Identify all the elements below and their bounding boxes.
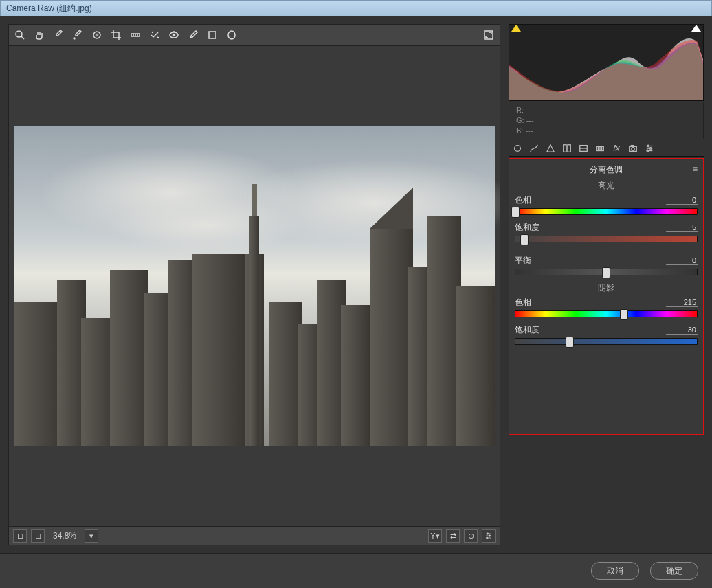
rgb-readout: R: --- G: --- B: --- <box>509 102 704 139</box>
shadows-sat-row: 饱和度 30 <box>515 324 698 345</box>
titlebar[interactable]: Camera Raw (纽约.jpg) <box>0 0 712 16</box>
svg-point-10 <box>173 34 175 36</box>
image-preview[interactable] <box>9 46 500 526</box>
svg-point-20 <box>487 537 488 539</box>
shadows-hue-row: 色相 215 <box>515 297 698 317</box>
highlights-hue-slider[interactable] <box>515 208 698 215</box>
fx-tab-icon[interactable]: fx <box>610 142 623 155</box>
presets-tab-icon[interactable] <box>643 142 656 155</box>
highlights-hue-label: 色相 <box>515 194 531 206</box>
curve-tab-icon[interactable] <box>528 142 540 155</box>
shadow-clip-indicator[interactable] <box>511 25 521 32</box>
highlights-hue-thumb[interactable] <box>511 207 520 218</box>
shadows-label: 阴影 <box>515 282 698 294</box>
b-value: B: --- <box>516 126 696 136</box>
panel-title: 分离色调 ≡ <box>515 164 698 176</box>
basic-tab-icon[interactable] <box>511 142 524 155</box>
highlights-sat-slider[interactable] <box>515 236 698 242</box>
detail-tab-icon[interactable] <box>544 142 557 155</box>
svg-point-31 <box>632 148 634 150</box>
svg-point-0 <box>16 31 22 37</box>
copy-settings-button[interactable]: ⊕ <box>464 529 478 543</box>
hsl-tab-icon[interactable] <box>561 142 573 155</box>
straighten-icon[interactable] <box>129 28 142 42</box>
highlights-label: 高光 <box>515 180 698 192</box>
zoom-icon[interactable] <box>13 28 27 42</box>
highlights-hue-value[interactable]: 0 <box>666 196 698 205</box>
toolbar <box>9 25 500 46</box>
zoom-in-button[interactable]: ⊞ <box>31 529 45 543</box>
svg-point-21 <box>515 146 521 152</box>
zoom-dropdown[interactable]: ▾ <box>85 529 98 543</box>
lens-tab-icon[interactable] <box>594 142 606 155</box>
split-tone-tab-icon[interactable] <box>577 142 590 155</box>
redeye-icon[interactable] <box>167 28 181 42</box>
preview-image <box>14 126 495 446</box>
panel-menu-icon[interactable]: ≡ <box>693 164 698 174</box>
histogram[interactable] <box>509 24 704 101</box>
ok-button[interactable]: 确定 <box>650 562 698 580</box>
svg-rect-12 <box>209 32 216 38</box>
balance-label: 平衡 <box>515 255 531 267</box>
svg-point-3 <box>93 32 100 38</box>
g-value: G: --- <box>516 115 696 126</box>
statusbar: ⊟ ⊞ 34.8% ▾ Y▾ ⇄ ⊕ <box>9 526 500 545</box>
svg-rect-23 <box>568 145 570 152</box>
crop-icon[interactable] <box>109 28 123 42</box>
svg-point-2 <box>74 38 75 39</box>
hand-icon[interactable] <box>32 28 46 42</box>
shadows-sat-thumb[interactable] <box>566 337 574 348</box>
before-after-button[interactable]: Y▾ <box>428 529 442 543</box>
balance-value[interactable]: 0 <box>666 256 698 265</box>
spot-removal-icon[interactable] <box>148 28 162 42</box>
balance-row: 平衡 0 <box>515 255 698 275</box>
highlight-clip-indicator[interactable] <box>691 25 701 32</box>
svg-point-4 <box>96 34 98 36</box>
fullscreen-icon[interactable] <box>482 28 496 42</box>
highlights-sat-row: 饱和度 5 <box>515 222 698 242</box>
footer: 取消 确定 <box>0 553 712 588</box>
panel-tabs: fx <box>509 141 704 157</box>
balance-thumb[interactable] <box>602 267 610 278</box>
highlights-sat-label: 饱和度 <box>515 222 539 234</box>
camera-tab-icon[interactable] <box>627 142 639 155</box>
highlights-hue-row: 色相 0 <box>515 194 698 215</box>
balance-slider[interactable] <box>515 269 698 275</box>
radial-filter-icon[interactable] <box>225 28 238 42</box>
svg-rect-32 <box>631 146 634 147</box>
color-sampler-icon[interactable] <box>71 28 85 42</box>
brush-icon[interactable] <box>186 28 200 42</box>
shadows-hue-thumb[interactable] <box>620 309 628 320</box>
svg-rect-22 <box>564 145 566 152</box>
svg-point-18 <box>487 533 488 534</box>
svg-point-13 <box>228 31 235 39</box>
highlights-sat-value[interactable]: 5 <box>666 223 698 232</box>
histogram-curve <box>509 25 703 100</box>
shadows-sat-value[interactable]: 30 <box>666 326 698 335</box>
shadows-hue-label: 色相 <box>515 297 531 308</box>
highlights-sat-thumb[interactable] <box>520 234 529 245</box>
split-toning-panel: 分离色调 ≡ 高光 色相 0 饱和度 5 <box>509 158 704 435</box>
prefs-button[interactable] <box>482 529 496 543</box>
eyedropper-icon[interactable] <box>52 28 65 42</box>
shadows-sat-label: 饱和度 <box>515 324 539 336</box>
right-pane: R: --- G: --- B: --- fx 分离色调 ≡ 高光 色相 <box>509 24 704 545</box>
workspace: ⊟ ⊞ 34.8% ▾ Y▾ ⇄ ⊕ R: --- G: --- B: <box>0 16 712 554</box>
swap-button[interactable]: ⇄ <box>446 529 460 543</box>
targeted-adjustment-icon[interactable] <box>90 28 104 42</box>
shadows-hue-value[interactable]: 215 <box>666 298 698 307</box>
left-pane: ⊟ ⊞ 34.8% ▾ Y▾ ⇄ ⊕ <box>8 24 500 545</box>
cancel-button[interactable]: 取消 <box>591 562 639 580</box>
window-title: Camera Raw (纽约.jpg) <box>6 3 92 14</box>
svg-line-1 <box>21 36 24 39</box>
shadows-sat-slider[interactable] <box>515 338 698 345</box>
graduated-filter-icon[interactable] <box>205 28 219 42</box>
svg-point-19 <box>489 535 490 536</box>
shadows-hue-slider[interactable] <box>515 310 698 317</box>
zoom-value: 34.8% <box>49 531 80 541</box>
zoom-out-button[interactable]: ⊟ <box>13 529 27 543</box>
r-value: R: --- <box>516 105 696 115</box>
